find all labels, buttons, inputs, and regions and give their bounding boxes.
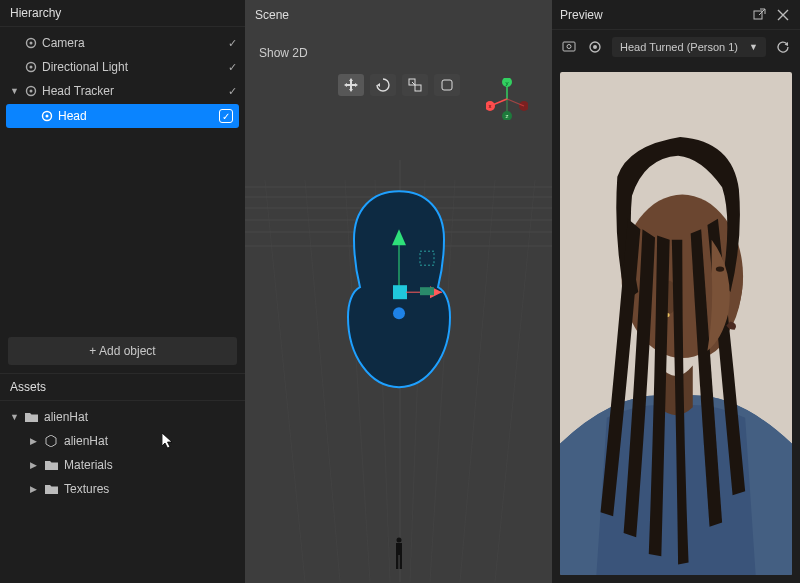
hierarchy-item-label: Head Tracker [42, 84, 228, 98]
preview-source-icon[interactable] [560, 38, 578, 56]
object-icon [24, 60, 38, 74]
record-icon[interactable] [586, 38, 604, 56]
caret-down-icon[interactable]: ▼ [10, 86, 22, 96]
preview-header: Preview [560, 8, 744, 22]
tool-move-button[interactable] [338, 74, 364, 96]
scene-viewport[interactable]: Show 2D [245, 30, 552, 583]
svg-text:z: z [506, 113, 509, 119]
axis-gizmo[interactable]: y x z [486, 78, 528, 120]
visibility-check-icon[interactable]: ✓ [228, 85, 237, 98]
svg-rect-37 [415, 85, 421, 91]
asset-folder-textures[interactable]: ▶ Textures [0, 477, 245, 501]
svg-rect-51 [754, 11, 762, 19]
asset-label: Textures [64, 482, 109, 496]
asset-folder-materials[interactable]: ▶ Materials [0, 453, 245, 477]
svg-rect-25 [393, 285, 407, 299]
svg-rect-32 [396, 543, 402, 555]
svg-text:y: y [506, 80, 509, 86]
svg-point-26 [393, 307, 405, 319]
asset-object-alienhat[interactable]: ▶ alienHat [0, 429, 245, 453]
add-object-button[interactable]: + Add object [8, 337, 237, 365]
svg-point-7 [46, 115, 49, 118]
hierarchy-item-label: Camera [42, 36, 228, 50]
close-icon[interactable] [774, 6, 792, 24]
chevron-down-icon: ▼ [749, 42, 758, 52]
hierarchy-item-label: Head [58, 109, 219, 123]
scene-header: Scene [255, 8, 289, 22]
asset-label: alienHat [44, 410, 88, 424]
refresh-icon[interactable] [774, 38, 792, 56]
asset-label: alienHat [64, 434, 108, 448]
hierarchy-item-camera[interactable]: Camera ✓ [0, 31, 245, 55]
caret-right-icon[interactable]: ▶ [30, 436, 42, 446]
svg-rect-52 [563, 42, 575, 51]
hierarchy-item-head[interactable]: Head ✓ [6, 104, 239, 128]
svg-line-15 [265, 180, 305, 582]
object-icon [24, 36, 38, 50]
svg-rect-39 [442, 80, 452, 90]
svg-point-53 [567, 45, 571, 49]
svg-point-55 [593, 45, 597, 49]
head-silhouette[interactable] [324, 185, 474, 395]
visibility-check-icon[interactable]: ✓ [228, 37, 237, 50]
preview-source-dropdown[interactable]: Head Turned (Person 1) ▼ [612, 37, 766, 57]
folder-icon [44, 458, 58, 472]
assets-tree: ▼ alienHat ▶ alienHat [0, 401, 245, 583]
hierarchy-header: Hierarchy [0, 0, 245, 27]
svg-point-31 [396, 538, 401, 543]
tool-rotate-button[interactable] [370, 74, 396, 96]
object-icon [24, 84, 38, 98]
folder-icon [44, 482, 58, 496]
asset-label: Materials [64, 458, 113, 472]
svg-rect-30 [420, 287, 434, 295]
asset-folder-alienhat[interactable]: ▼ alienHat [0, 405, 245, 429]
popout-icon[interactable] [750, 6, 768, 24]
show-2d-toggle[interactable]: Show 2D [253, 44, 314, 62]
scene-figure-icon [392, 537, 406, 571]
folder-icon [24, 410, 38, 424]
dropdown-selected-label: Head Turned (Person 1) [620, 41, 743, 53]
svg-text:x: x [489, 103, 492, 109]
caret-right-icon[interactable]: ▶ [30, 484, 42, 494]
hierarchy-item-head-tracker[interactable]: ▼ Head Tracker ✓ [0, 79, 245, 103]
svg-point-5 [30, 90, 33, 93]
object-icon [40, 109, 54, 123]
hierarchy-item-label: Directional Light [42, 60, 228, 74]
hierarchy-tree: Camera ✓ Directional Light ✓ ▼ He [0, 27, 245, 133]
svg-point-3 [30, 66, 33, 69]
caret-down-icon[interactable]: ▼ [10, 412, 22, 422]
svg-point-1 [30, 42, 33, 45]
visibility-check-icon[interactable]: ✓ [228, 61, 237, 74]
hierarchy-item-light[interactable]: Directional Light ✓ [0, 55, 245, 79]
svg-line-22 [495, 180, 535, 582]
svg-point-61 [716, 266, 724, 271]
tool-fit-button[interactable] [434, 74, 460, 96]
tool-scale-button[interactable] [402, 74, 428, 96]
svg-rect-34 [399, 555, 401, 569]
object-icon [44, 434, 58, 448]
assets-header: Assets [0, 374, 245, 401]
svg-rect-33 [396, 555, 398, 569]
caret-right-icon[interactable]: ▶ [30, 460, 42, 470]
visibility-check-icon[interactable]: ✓ [219, 109, 233, 123]
preview-viewport [560, 72, 792, 575]
cursor-icon [162, 433, 176, 451]
